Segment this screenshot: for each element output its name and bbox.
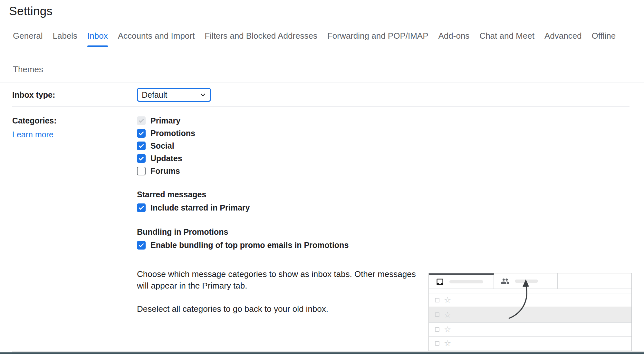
starred-messages-group: Starred messages Include starred in Prim… [137, 190, 644, 212]
tab-advanced[interactable]: Advanced [544, 31, 582, 47]
category-option-label: Forums [150, 166, 180, 176]
categories-content-column: Primary Promotions Social Updates [137, 116, 644, 354]
checkbox-primary [137, 116, 146, 125]
illustration-message-row: ☆ [429, 336, 631, 350]
category-option-promotions[interactable]: Promotions [137, 129, 644, 138]
category-option-label: Promotions [150, 129, 195, 138]
star-icon: ☆ [444, 325, 451, 333]
checkbox-include-starred[interactable] [137, 203, 146, 212]
star-icon: ☆ [444, 311, 451, 319]
checkbox-updates[interactable] [137, 154, 146, 163]
tab-offline[interactable]: Offline [592, 31, 616, 47]
window-bottom-edge [0, 352, 644, 354]
bundling-group: Bundling in Promotions Enable bundling o… [137, 227, 644, 250]
include-starred-option[interactable]: Include starred in Primary [137, 203, 644, 212]
categories-label-column: Categories: Learn more [12, 116, 137, 139]
tab-chat-and-meet[interactable]: Chat and Meet [479, 31, 534, 47]
tab-themes[interactable]: Themes [13, 64, 43, 81]
category-option-social[interactable]: Social [137, 141, 644, 151]
include-starred-label: Include starred in Primary [150, 203, 250, 212]
bundling-heading: Bundling in Promotions [137, 227, 644, 237]
placeholder-bar [515, 280, 538, 283]
tab-forwarding-and-pop-imap[interactable]: Forwarding and POP/IMAP [327, 31, 428, 47]
category-option-label: Primary [150, 116, 180, 125]
illustration-active-tab [429, 273, 494, 289]
illustration-social-tab [494, 273, 558, 289]
tab-labels[interactable]: Labels [53, 31, 78, 47]
tab-add-ons[interactable]: Add-ons [438, 31, 470, 47]
category-option-label: Updates [150, 154, 182, 163]
enable-bundling-label: Enable bundling of top promo emails in P… [150, 241, 349, 250]
description-row: Choose which message categories to show … [137, 268, 644, 354]
categories-label: Categories: [12, 116, 137, 125]
placeholder-bar [449, 280, 483, 283]
illustration-message-row: ☆ [429, 322, 631, 336]
starred-messages-heading: Starred messages [137, 190, 644, 199]
inbox-tabs-illustration: ☆ ☆ ☆ ☆ [428, 273, 632, 354]
row-checkbox-icon [435, 312, 439, 317]
description-paragraph-2: Deselect all categories to go back to yo… [137, 303, 428, 315]
tab-accounts-and-import[interactable]: Accounts and Import [118, 31, 195, 47]
tab-filters-and-blocked-addresses[interactable]: Filters and Blocked Addresses [205, 31, 317, 47]
settings-tab-bar: General Labels Inbox Accounts and Import… [13, 31, 631, 81]
tab-general[interactable]: General [13, 31, 43, 47]
category-options-list: Primary Promotions Social Updates [137, 116, 644, 176]
checkbox-promotions[interactable] [137, 129, 146, 138]
checkbox-social[interactable] [137, 142, 146, 150]
category-description: Choose which message categories to show … [137, 268, 428, 315]
categories-section: Categories: Learn more Primary Promotion… [0, 107, 644, 354]
inbox-type-select[interactable]: Default [137, 88, 211, 102]
illustration-tab-bar [429, 273, 631, 289]
illustration-message-list: ☆ ☆ ☆ ☆ [429, 293, 631, 354]
row-checkbox-icon [435, 298, 439, 302]
inbox-type-section: Inbox type: Default [0, 83, 644, 106]
tab-inbox[interactable]: Inbox [87, 31, 108, 47]
checkbox-forums[interactable] [137, 167, 146, 175]
page-title: Settings [9, 5, 644, 18]
category-option-updates[interactable]: Updates [137, 154, 644, 163]
inbox-icon [436, 278, 444, 286]
row-checkbox-icon [435, 327, 439, 332]
illustration-message-row: ☆ [429, 293, 631, 307]
description-paragraph-1: Choose which message categories to show … [137, 268, 428, 291]
star-icon: ☆ [444, 339, 451, 347]
enable-bundling-option[interactable]: Enable bundling of top promo emails in P… [137, 241, 644, 250]
learn-more-link[interactable]: Learn more [12, 130, 53, 139]
checkbox-enable-bundling[interactable] [137, 241, 146, 250]
people-icon [501, 277, 510, 286]
row-checkbox-icon [435, 341, 439, 346]
inbox-type-select-wrap: Default [137, 88, 211, 102]
star-icon: ☆ [444, 296, 451, 304]
inbox-type-label: Inbox type: [12, 90, 137, 100]
illustration-message-row-highlighted: ☆ [429, 307, 631, 322]
category-option-forums[interactable]: Forums [137, 166, 644, 176]
category-option-label: Social [150, 141, 174, 151]
category-option-primary: Primary [137, 116, 644, 125]
